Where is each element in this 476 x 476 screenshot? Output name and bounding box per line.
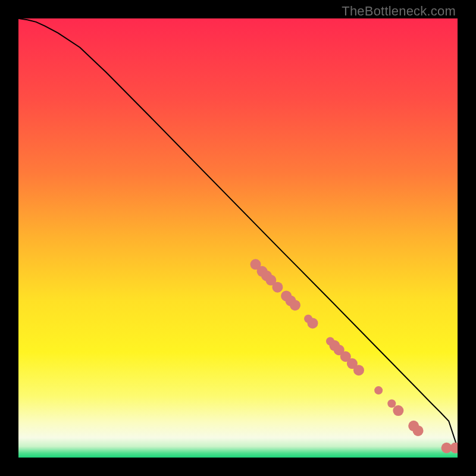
watermark-text: TheBottleneck.com: [342, 4, 456, 19]
data-point: [272, 282, 283, 293]
data-point: [307, 318, 318, 328]
data-point: [374, 386, 383, 394]
data-point: [393, 405, 403, 416]
data-point: [413, 425, 424, 436]
chart-stage: TheBottleneck.com: [0, 0, 476, 476]
data-point: [290, 300, 300, 311]
data-point: [353, 365, 364, 375]
chart-plot: [18, 18, 458, 458]
chart-background: [18, 18, 458, 458]
data-point: [387, 399, 396, 408]
